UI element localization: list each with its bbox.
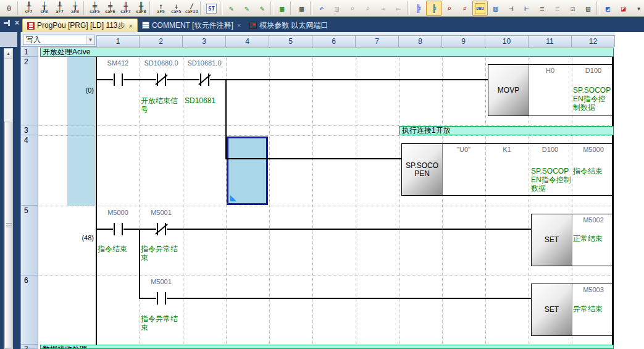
partial-clipped-icon[interactable]: 0	[1, 1, 17, 16]
close-icon[interactable]: ×	[15, 19, 19, 27]
edit-note-icon[interactable]: ✎	[254, 1, 270, 16]
insert-row-icon[interactable]: ⊣	[503, 1, 519, 16]
tab-icon	[142, 22, 149, 29]
delete-line-icon[interactable]: ⇤	[391, 1, 406, 16]
device-comment-batch-icon[interactable]: ▦	[274, 1, 290, 16]
row-header[interactable]: 5	[21, 206, 38, 275]
pulse-ne-or-closed-contact-icon[interactable]: ╫ saF8	[133, 1, 149, 16]
device-label: SM412	[96, 59, 140, 67]
operand: M5002	[572, 216, 615, 224]
column-header: 3	[183, 35, 226, 47]
column-header: 4	[226, 35, 269, 47]
operand: H0	[529, 67, 572, 74]
rising-pulse-contact-icon[interactable]: ╀ sF7	[21, 1, 36, 16]
left-power-rail	[96, 57, 97, 349]
wire	[225, 79, 227, 159]
tab-icon	[249, 22, 257, 29]
tab-module-param[interactable]: 模块参数 以太网端口	[245, 19, 332, 32]
column-header: 7	[356, 35, 399, 47]
redo-icon[interactable]: ▤	[329, 1, 345, 16]
register-watch-icon[interactable]: ⌕	[457, 1, 472, 16]
row-header[interactable]: 1	[21, 47, 38, 57]
toolbar-separator	[200, 1, 203, 15]
vertical-scrollbar[interactable]: ▲	[4, 48, 13, 349]
toolbar-separator	[149, 1, 153, 15]
rung-comment[interactable]: 数据接收处理	[40, 345, 614, 349]
tab-close-icon[interactable]: ×	[237, 22, 241, 29]
device-label: M5001	[140, 278, 183, 285]
scroll-up-button[interactable]: ▲	[4, 49, 12, 59]
toolbar-separator	[407, 1, 410, 15]
mode-select[interactable]: 写入 ▼	[23, 35, 95, 45]
instruction-mnemonic: SET	[532, 284, 572, 335]
device-list-icon[interactable]: ◪	[616, 1, 631, 16]
edit-statement-icon[interactable]: ✎	[239, 1, 254, 16]
falling-pulse-contact-icon[interactable]: ╁ sF8	[36, 1, 52, 16]
no-contact[interactable]	[113, 74, 123, 86]
step-number: (48)	[67, 234, 94, 242]
gridline	[140, 47, 140, 349]
row-header[interactable]: 7	[21, 345, 38, 349]
option-check-icon[interactable]: ☑	[565, 1, 580, 16]
search-next-icon[interactable]: ⌕	[360, 1, 375, 16]
gridline	[183, 47, 183, 349]
rung-comment[interactable]: 开放处理Acive	[40, 48, 614, 57]
rung-comment[interactable]: 执行连接1开放	[399, 126, 614, 135]
ladder-editor[interactable]: 写入 ▼ 123456789101112 1234567 开放处理Acive 执…	[20, 32, 644, 349]
tab-progpou[interactable]: ProgPou [PRG] [LD] 113步 ×	[22, 19, 138, 32]
operand: D100	[572, 67, 615, 74]
search-icon[interactable]: ⌕	[345, 1, 360, 16]
nc-contact[interactable]	[156, 74, 167, 86]
pulse-ne-closed-contact-icon[interactable]: ╪ saF6	[102, 1, 118, 16]
left-dock-strip: ▲	[0, 32, 20, 349]
undo-icon[interactable]: ↶	[314, 1, 329, 16]
statement-list-icon[interactable]: ▤	[580, 1, 596, 16]
tab-icon	[27, 22, 35, 30]
row-header[interactable]: 2	[21, 57, 38, 125]
tab-comment[interactable]: COMMENT [软元件注释] ×	[138, 19, 245, 32]
edit-device-comment-icon[interactable]: ✎	[224, 1, 239, 16]
no-contact[interactable]	[156, 292, 167, 305]
pin-icon[interactable]	[4, 19, 11, 27]
statement-icon[interactable]: ST	[204, 1, 219, 16]
operand-comment: SP.SOCOPEN指令控制数据	[573, 86, 613, 112]
operand-comment: 指令结束	[573, 167, 613, 175]
pulse-ne-contact-icon[interactable]: ╪ saF5	[87, 1, 102, 16]
note-batch-icon[interactable]: ▦	[294, 1, 309, 16]
cross-reference-icon[interactable]: ◩	[600, 1, 616, 16]
row-header[interactable]: 6	[21, 275, 38, 345]
selected-cell[interactable]	[227, 137, 268, 205]
insert-line-icon[interactable]: ⇥	[375, 1, 391, 16]
dock-panel-buttons: ×	[0, 17, 22, 29]
edit-region-strip	[67, 57, 95, 206]
rising-pulse-closed-contact-icon[interactable]: ╀ aF7	[52, 1, 67, 16]
no-contact[interactable]	[113, 223, 123, 235]
display-format-tree-icon[interactable]: ╠	[411, 1, 426, 16]
pulse-ne-or-contact-icon[interactable]: ╫ saF7	[118, 1, 133, 16]
tab-close-icon[interactable]: ×	[129, 22, 133, 30]
display-comment-toggle-icon[interactable]: ╠	[426, 1, 441, 16]
gridline	[39, 206, 613, 206]
device-batch-monitor-icon[interactable]: DBU	[472, 1, 488, 16]
step-number: (0)	[67, 86, 94, 94]
scrollbar-thumb[interactable]	[4, 122, 12, 348]
delete-row-icon[interactable]: ⊢	[519, 1, 534, 16]
toolbar-overflow-button[interactable]: ▾	[631, 1, 644, 16]
falling-convert-icon[interactable]: ↓ caF5	[169, 1, 184, 16]
nc-contact[interactable]	[199, 74, 210, 86]
nc-contact[interactable]	[156, 223, 167, 235]
find-device-icon[interactable]: ⌕	[441, 1, 457, 16]
rising-convert-icon[interactable]: ↑ aF5	[153, 1, 169, 16]
invert-line-icon[interactable]: ∕ caF10	[184, 1, 199, 16]
operand: M5000	[572, 146, 615, 153]
wire	[139, 298, 531, 299]
operand: D100	[529, 146, 572, 153]
operand: "U0"	[442, 146, 485, 153]
align-statement-icon[interactable]: ≡	[534, 1, 550, 16]
db-transfer-icon[interactable]: ▥	[488, 1, 503, 16]
falling-pulse-closed-contact-icon[interactable]: ╁ aF8	[67, 1, 83, 16]
align-note-icon[interactable]: ≡	[550, 1, 565, 16]
row-header[interactable]: 4	[21, 135, 38, 206]
chevron-down-icon[interactable]: ▼	[86, 35, 94, 44]
row-header[interactable]: 3	[21, 125, 38, 135]
